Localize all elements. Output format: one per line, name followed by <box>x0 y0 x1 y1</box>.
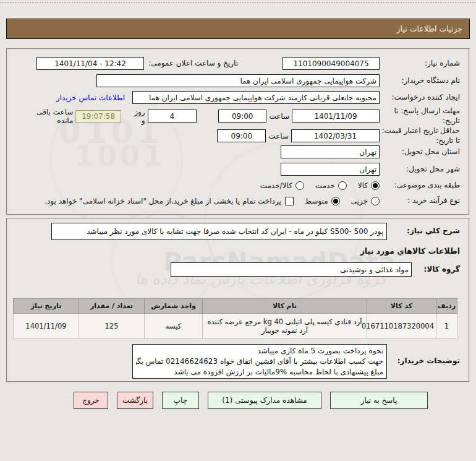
response-deadline-label: مهلت ارسال پاسخ: تا تاریخ: <box>380 106 460 126</box>
delivery-city-input[interactable]: تهران <box>281 163 380 176</box>
buyer-org-label: نام دستگاه خریدار: <box>380 76 460 86</box>
exit-button[interactable]: خروج <box>74 392 108 409</box>
deadline-date-input[interactable]: 1401/11/09 <box>292 110 380 123</box>
cell-goods-name: آرد قنادی کیسه پلی اتیلنی 40 kg مرجع عرض… <box>203 314 367 339</box>
col-need-date: تاریخ نیاز <box>14 299 79 314</box>
cell-goods-code: 0167110187320004 <box>367 314 436 339</box>
goods-table-row[interactable]: 1 0167110187320004 آرد قنادی کیسه پلی ات… <box>14 314 457 339</box>
announce-datetime-label: تاریخ و ساعت اعلان عمومی: <box>144 59 238 69</box>
purchase-process-label: نوع فرآیند خرید : <box>380 196 460 206</box>
print-button[interactable]: چاپ <box>162 392 199 409</box>
section-titlebar: جزئیات اطلاعات نیاز <box>6 19 470 39</box>
delivery-city-label: شهر محل تحویل: <box>380 165 460 174</box>
col-count-unit: واحد شمارش <box>145 299 203 314</box>
back-button[interactable]: بازگشت <box>117 392 153 409</box>
cell-row-index: 1 <box>436 314 457 339</box>
cell-count-unit: کیسه <box>145 314 203 339</box>
treasury-checkbox-label: پرداخت تمام یا بخشی از مبلغ خرید،از محل … <box>45 197 281 205</box>
validity-time-input[interactable]: 09:00 <box>217 129 266 142</box>
buyer-notes-row: توضیحات خریدار: نحوه پرداخت بصورت 5 ماه … <box>16 344 460 379</box>
remaining-hours-label: ساعت باقی مانده <box>19 108 73 125</box>
action-buttons: پاسخ به نیاز مشاهده مدارک پیوستی (1) چاپ… <box>74 392 428 409</box>
radio-minor-label: جزیی <box>351 197 368 205</box>
announce-datetime-input[interactable]: 1401/11/04 - 12:42 <box>36 57 144 70</box>
buyer-contact-link[interactable]: اطلاعات تماس خریدار <box>56 93 125 102</box>
general-info-panel: شماره نیاز: 1101090049004075 تاریخ و ساع… <box>6 48 470 215</box>
goods-group-row: گروه کالا: مواد غذائی و نوشیدنی <box>16 262 460 277</box>
radio-medium[interactable] <box>331 197 340 205</box>
need-number-input[interactable]: 1101090049004075 <box>283 57 380 70</box>
radio-service[interactable] <box>338 181 347 190</box>
request-creator-row: ایجاد کننده درخواست: محبوبه جانعلی قربان… <box>16 91 460 104</box>
need-description-row: شرح کلي نیاز: پودر S500- 500 کیلو در ماه… <box>16 223 460 240</box>
page-title: جزئیات اطلاعات نیاز <box>397 24 462 33</box>
radio-goods-service[interactable] <box>295 181 304 190</box>
treasury-checkbox[interactable] <box>285 197 294 205</box>
delivery-province-row: استان محل تحویل: تهران <box>16 145 460 158</box>
cell-quantity: 125 <box>79 314 145 339</box>
price-validity-row: حداقل تاریخ اعتبار قیمت: تا تاریخ: 1402/… <box>16 126 460 145</box>
col-row-index: ردیف <box>436 299 457 314</box>
radio-goods[interactable] <box>371 181 380 190</box>
top-dotted-divider <box>0 2 476 3</box>
radio-goods-service-label: کالا/خدمت <box>260 181 292 190</box>
response-deadline-row: مهلت ارسال پاسخ: تا تاریخ: 1401/11/09 سا… <box>16 106 460 126</box>
need-number-row: شماره نیاز: 1101090049004075 تاریخ و ساع… <box>16 57 460 70</box>
goods-info-panel: شرح کلي نیاز: پودر S500- 500 کیلو در ماه… <box>6 218 470 382</box>
need-details-page: 0101 1001 ParsNamadData گروه فرآوری اطلا… <box>0 0 476 461</box>
radio-service-label: خدمت <box>315 181 335 190</box>
buyer-org-input[interactable]: شرکت هواپیمایی جمهوری اسلامی ایران هما <box>96 74 380 87</box>
radio-minor[interactable] <box>371 197 380 205</box>
delivery-province-input[interactable]: تهران <box>281 145 380 158</box>
need-description-label: شرح کلي نیاز: <box>387 226 460 236</box>
need-description-input[interactable]: پودر S500- 500 کیلو در ماه - ایران کد ان… <box>51 223 387 240</box>
validity-date-input[interactable]: 1402/03/31 <box>291 129 380 142</box>
radio-medium-label: متوسط <box>305 197 328 205</box>
remaining-days-label: روز و <box>129 108 145 125</box>
subject-classification-label: طبقه بندی موضوعی: <box>380 181 460 191</box>
goods-group-input[interactable]: مواد غذائی و نوشیدنی <box>171 262 412 277</box>
subject-classification-row: طبقه بندی موضوعی: کالا خدمت کالا/خدمت <box>16 181 460 191</box>
buyer-notes-input[interactable]: نحوه پرداخت بصورت 5 ماه کاری میباشد جهت … <box>132 344 387 379</box>
deadline-hour-label: ساعت <box>269 112 289 121</box>
col-goods-name: نام کالا <box>203 299 367 314</box>
buyer-note-line: نحوه پرداخت بصورت 5 ماه کاری میباشد <box>136 346 383 356</box>
remaining-days-input[interactable]: 4 <box>148 110 197 123</box>
buyer-notes-label: توضیحات خریدار: <box>387 356 460 366</box>
need-number-label: شماره نیاز: <box>380 59 460 69</box>
request-creator-input[interactable]: محبوبه جانعلی قربانی کارمند شرکت هواپیما… <box>132 91 380 104</box>
col-goods-code: کد کالا <box>367 299 436 314</box>
purchase-process-row: نوع فرآیند خرید : جزیی متوسط پرداخت تمام… <box>16 196 460 206</box>
goods-group-label: گروه کالا: <box>412 265 460 275</box>
goods-section-heading: اطلاعات کالاهاي مورد نیاز <box>360 246 460 256</box>
delivery-city-row: شهر محل تحویل: تهران <box>16 163 460 176</box>
buyer-org-row: نام دستگاه خریدار: شرکت هواپیمایی جمهوری… <box>16 74 460 87</box>
respond-to-need-button[interactable]: پاسخ به نیاز <box>330 392 428 409</box>
col-quantity: تعداد / مقدار <box>79 299 145 314</box>
buyer-note-line: مبلغ پیشنهادی با لحاظ محاسبه %9مالیات بر… <box>136 367 383 377</box>
deadline-time-input[interactable]: 09:00 <box>218 110 266 123</box>
view-attachments-button[interactable]: مشاهده مدارک پیوستی (1) <box>208 392 321 409</box>
price-validity-label: حداقل تاریخ اعتبار قیمت: تا تاریخ: <box>380 126 460 145</box>
validity-hour-label: ساعت <box>268 132 289 140</box>
delivery-province-label: استان محل تحویل: <box>380 147 460 157</box>
buyer-note-line: جهت کسب اطلاعات بیشتر با آقای افشین اتفا… <box>136 356 383 367</box>
countdown-timer: 19:07:58 <box>75 110 121 123</box>
cell-need-date: 1401/11/09 <box>14 314 79 339</box>
goods-table: ردیف کد کالا نام کالا واحد شمارش تعداد /… <box>13 298 457 339</box>
radio-goods-label: کالا <box>358 181 368 190</box>
request-creator-label: ایجاد کننده درخواست: <box>380 93 460 103</box>
goods-table-header-row: ردیف کد کالا نام کالا واحد شمارش تعداد /… <box>14 299 457 314</box>
